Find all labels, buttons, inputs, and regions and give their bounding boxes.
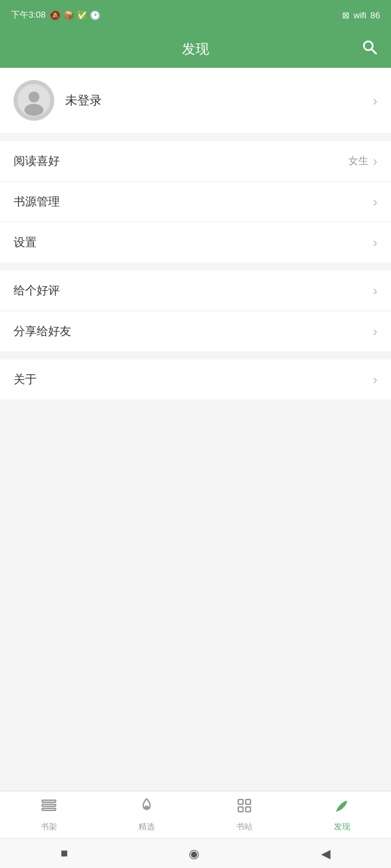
status-battery: 86 — [371, 10, 380, 20]
menu-section-2: 给个好评 › 分享给好友 › — [0, 271, 391, 351]
system-circle-button[interactable]: ◉ — [189, 846, 200, 861]
menu-section-1: 阅读喜好 女生 › 书源管理 › 设置 › — [0, 141, 391, 262]
username: 未登录 — [65, 92, 102, 108]
menu-item-settings[interactable]: 设置 › — [0, 222, 391, 262]
bottom-nav: 书架 精选 书站 发现 — [0, 791, 391, 838]
svg-rect-8 — [238, 800, 243, 804]
menu-item-right: › — [373, 235, 377, 250]
svg-rect-10 — [238, 807, 243, 812]
menu-item-right: › — [373, 372, 377, 387]
status-time: 下午3:08 — [11, 9, 45, 21]
user-left: 未登录 — [14, 80, 102, 121]
menu-item-right: 女生 › — [348, 153, 377, 169]
svg-line-1 — [372, 50, 377, 54]
menu-item-right: › — [373, 283, 377, 298]
svg-rect-7 — [42, 808, 56, 810]
user-row[interactable]: 未登录 › — [0, 68, 391, 133]
chevron-icon: › — [373, 235, 377, 250]
user-section: 未登录 › — [0, 68, 391, 133]
menu-item-label: 书源管理 — [14, 194, 60, 210]
nav-item-bookstore[interactable]: 书站 — [196, 791, 293, 838]
menu-item-right: › — [373, 323, 377, 339]
svg-rect-5 — [42, 800, 56, 802]
system-square-button[interactable]: ■ — [60, 846, 68, 861]
status-sim-icon: ⊠ — [342, 10, 350, 20]
grid-icon — [236, 797, 253, 818]
page-title: 发现 — [182, 40, 209, 58]
system-nav: ■ ◉ ◀ — [0, 838, 391, 868]
flame-icon — [138, 797, 155, 818]
chevron-icon: › — [373, 283, 377, 298]
svg-point-3 — [29, 92, 39, 102]
chevron-icon: › — [373, 153, 377, 169]
nav-item-featured[interactable]: 精选 — [98, 791, 196, 838]
status-left: 下午3:08 🔕 📦 ✅ 🕑 — [11, 9, 100, 21]
shelf-icon — [40, 797, 58, 818]
spacer — [0, 599, 391, 791]
menu-item-label: 关于 — [14, 372, 37, 387]
menu-item-right: › — [373, 194, 377, 210]
user-chevron-icon: › — [373, 93, 377, 108]
menu-item-label: 设置 — [14, 235, 37, 250]
shelf-label: 书架 — [41, 821, 57, 833]
menu-item-rate[interactable]: 给个好评 › — [0, 271, 391, 311]
svg-rect-6 — [42, 804, 56, 806]
status-right: ⊠ wifi 86 — [342, 10, 380, 20]
svg-point-4 — [24, 104, 43, 116]
status-bar: 下午3:08 🔕 📦 ✅ 🕑 ⊠ wifi 86 — [0, 0, 391, 30]
discover-label: 发现 — [334, 821, 350, 833]
avatar — [14, 80, 54, 121]
menu-item-reading-preference[interactable]: 阅读喜好 女生 › — [0, 141, 391, 182]
chevron-icon: › — [373, 194, 377, 210]
status-icons: 🔕 📦 ✅ 🕑 — [50, 10, 100, 20]
menu-item-share[interactable]: 分享给好友 › — [0, 311, 391, 351]
chevron-icon: › — [373, 323, 377, 339]
svg-rect-11 — [246, 807, 250, 812]
featured-label: 精选 — [138, 821, 155, 833]
nav-item-shelf[interactable]: 书架 — [0, 791, 98, 838]
chevron-icon: › — [373, 372, 377, 387]
menu-item-label: 给个好评 — [14, 283, 60, 298]
search-button[interactable] — [361, 39, 377, 59]
bookstore-label: 书站 — [236, 821, 253, 833]
reading-preference-value: 女生 — [348, 155, 369, 167]
nav-item-discover[interactable]: 发现 — [293, 791, 391, 838]
leaf-icon — [333, 797, 351, 818]
content: 未登录 › 阅读喜好 女生 › 书源管理 › 设置 › 给 — [0, 68, 391, 599]
menu-section-3: 关于 › — [0, 359, 391, 399]
system-triangle-button[interactable]: ◀ — [321, 846, 331, 861]
status-wifi-icon: wifi — [354, 10, 367, 20]
top-bar: 发现 — [0, 30, 391, 68]
menu-item-book-source[interactable]: 书源管理 › — [0, 182, 391, 222]
svg-rect-9 — [246, 800, 250, 804]
menu-item-about[interactable]: 关于 › — [0, 359, 391, 399]
menu-item-label: 分享给好友 — [14, 323, 71, 339]
menu-item-label: 阅读喜好 — [14, 153, 60, 169]
